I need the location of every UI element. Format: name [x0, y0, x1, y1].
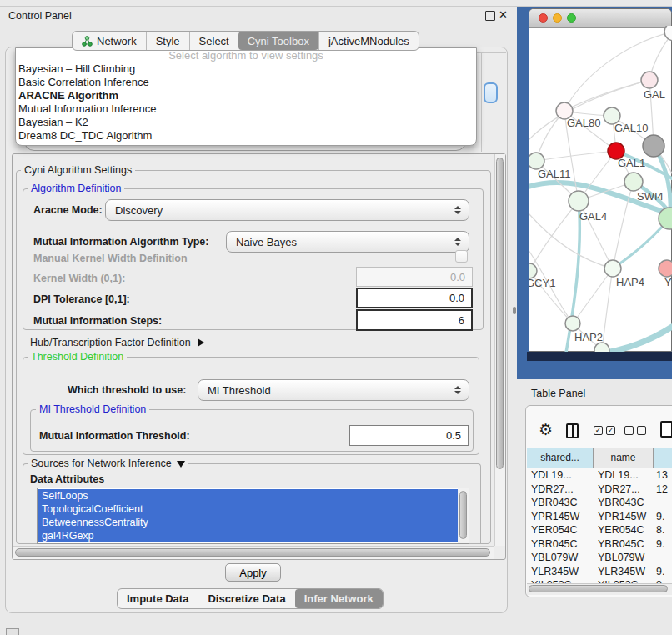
- minimize-traffic-light[interactable]: [553, 13, 562, 22]
- table-row[interactable]: YLR345WYLR345W9.: [527, 565, 672, 579]
- which-threshold-combo[interactable]: MI Threshold: [198, 379, 469, 401]
- table-horizontal-scrollbar-thumb[interactable]: [529, 585, 668, 592]
- dpi-tolerance-label: DPI Tolerance [0,1]:: [33, 293, 130, 305]
- table-row[interactable]: YBR045CYBR045C9.: [527, 538, 672, 552]
- attribute-item-selfloops[interactable]: SelfLoops: [38, 489, 458, 502]
- algorithm-option-bayesian-k2[interactable]: Bayesian – K2: [16, 116, 476, 129]
- tab-network[interactable]: Network: [73, 32, 146, 50]
- deselect-all-checkbox-icon[interactable]: [624, 426, 634, 435]
- close-icon[interactable]: ✕: [499, 8, 508, 21]
- attribute-item-topologicalcoefficient[interactable]: TopologicalCoefficient: [38, 502, 458, 516]
- network-node-label: GAL10: [614, 122, 648, 134]
- collapsed-arrow-icon: [198, 338, 204, 347]
- tab-style[interactable]: Style: [146, 32, 189, 50]
- network-node-label: SWI4: [637, 190, 664, 202]
- float-window-icon[interactable]: [485, 11, 495, 21]
- network-node-swi4[interactable]: [624, 172, 643, 191]
- cropped-corner-button[interactable]: [6, 628, 19, 635]
- hub-definition-toggle[interactable]: Hub/Transcription Factor Definition: [30, 337, 204, 348]
- table-row[interactable]: YDL19...YDL19...13: [527, 468, 672, 482]
- close-traffic-light[interactable]: [539, 13, 548, 22]
- table-row[interactable]: YBR043CYBR043C: [527, 496, 672, 510]
- kernel-width-field[interactable]: 0.0: [356, 267, 473, 287]
- hidden-combo-button-fragment[interactable]: [484, 82, 498, 103]
- algorithm-option-basic-correlation-inference[interactable]: Basic Correlation Inference: [16, 76, 476, 89]
- aracne-mode-combo[interactable]: Discovery: [105, 199, 469, 221]
- mi-algorithm-type-label: Mutual Information Algorithm Type:: [33, 236, 208, 248]
- algorithm-option-bayesian-hill-climbing[interactable]: Bayesian – Hill Climbing: [16, 62, 476, 76]
- table-cell: 12: [654, 483, 672, 495]
- tab-jactivemnodules[interactable]: jActiveMNodules: [318, 32, 419, 50]
- mi-algorithm-type-value: Naive Bayes: [236, 236, 297, 248]
- network-node-hap2[interactable]: [565, 316, 580, 331]
- select-all-checkbox-icon[interactable]: ✓: [594, 426, 603, 435]
- manual-kernel-width-checkbox[interactable]: [455, 250, 468, 262]
- table-row[interactable]: YER054CYER054C8.: [527, 523, 672, 538]
- table-cell: YDR27...: [527, 483, 594, 495]
- bottom-tab-discretize-data[interactable]: Discretize Data: [198, 589, 294, 608]
- settings-horizontal-scrollbar-thumb[interactable]: [15, 548, 490, 557]
- mi-steps-label: Mutual Information Steps:: [33, 315, 162, 327]
- network-node-y[interactable]: [659, 260, 672, 277]
- network-node-gal[interactable]: [641, 72, 658, 88]
- attributes-scrollbar-thumb[interactable]: [459, 491, 467, 539]
- document-icon[interactable]: [660, 421, 672, 438]
- table-cell: YLR345W: [594, 566, 654, 578]
- network-canvas[interactable]: GALGAL80GAL10GAL1GAL11SWI4GAL4GCY1HAP4YH…: [529, 26, 672, 352]
- column-header-shared[interactable]: shared...: [527, 448, 594, 468]
- select-all-checkbox-icon-2[interactable]: ✓: [606, 426, 615, 435]
- column-header-a[interactable]: A: [654, 448, 672, 468]
- mi-threshold-group-label: MI Threshold Definition: [36, 403, 149, 415]
- data-attributes-list: SelfLoopsTopologicalCoefficientBetweenne…: [37, 488, 469, 544]
- zoom-traffic-light[interactable]: [567, 13, 576, 22]
- network-edge: [536, 151, 616, 161]
- apply-button[interactable]: Apply: [225, 563, 281, 582]
- table-row[interactable]: YDR27...YDR27...12: [527, 482, 672, 497]
- columns-icon[interactable]: [566, 423, 579, 438]
- table-row[interactable]: YBL079WYBL079W: [527, 551, 672, 565]
- algorithm-option-aracne-algorithm[interactable]: ARACNE Algorithm: [16, 89, 476, 102]
- attribute-item-betweennesscentrality[interactable]: BetweennessCentrality: [38, 516, 458, 529]
- network-window-titlebar[interactable]: [529, 9, 671, 28]
- algorithm-option-mutual-information-inference[interactable]: Mutual Information Inference: [16, 102, 476, 116]
- mi-steps-field[interactable]: 6: [356, 309, 473, 331]
- algorithm-option-dream8-dc-tdc-algorithm[interactable]: Dream8 DC_TDC Algorithm: [16, 129, 476, 142]
- mi-threshold-field[interactable]: 0.5: [349, 425, 469, 446]
- column-header-name[interactable]: name: [594, 448, 654, 468]
- tab-cyni-toolbox[interactable]: Cyni Toolbox: [238, 32, 318, 50]
- network-node-label: GAL80: [567, 117, 600, 129]
- deselect-all-checkbox-icon-2[interactable]: [637, 426, 646, 435]
- table-header-row: shared...nameA: [527, 448, 672, 468]
- network-node[interactable]: [664, 26, 672, 41]
- bottom-tab-impute-data[interactable]: Impute Data: [118, 589, 198, 608]
- table-cell: YBR043C: [594, 497, 654, 508]
- network-node-label: GAL4: [579, 210, 607, 222]
- network-node[interactable]: [643, 135, 664, 157]
- bottom-tab-infer-network[interactable]: Infer Network: [295, 589, 383, 608]
- network-node[interactable]: [594, 342, 609, 352]
- network-node-label: GCY1: [529, 277, 555, 289]
- tab-select[interactable]: Select: [189, 32, 238, 50]
- gear-icon[interactable]: ⚙: [539, 420, 553, 439]
- combo-arrows-icon: [454, 238, 461, 246]
- network-edge: [529, 201, 579, 271]
- dpi-tolerance-field[interactable]: 0.0: [356, 288, 473, 308]
- network-node-hap4[interactable]: [604, 260, 621, 277]
- network-window-shadow: [527, 352, 672, 361]
- mi-threshold-label: Mutual Information Threshold:: [39, 430, 190, 442]
- table-row[interactable]: YPR145WYPR145W9.: [527, 510, 672, 524]
- table-cell: 9.: [654, 511, 672, 522]
- network-node-label: Y: [664, 276, 672, 288]
- network-node-gal11[interactable]: [529, 152, 544, 169]
- algorithm-definition-label: Algorithm Definition: [28, 182, 124, 194]
- table-cell: 9.: [654, 566, 672, 578]
- attribute-item-gal4rgexp[interactable]: gal4RGexp: [38, 529, 458, 542]
- table-cell: 9.: [654, 538, 672, 550]
- table-cell: YLR345W: [527, 566, 594, 578]
- mi-algorithm-type-combo[interactable]: Naive Bayes: [226, 231, 469, 252]
- hub-definition-label: Hub/Transcription Factor Definition: [30, 337, 191, 348]
- sources-group-label[interactable]: Sources for Network Inference: [28, 458, 188, 469]
- network-node-gal4[interactable]: [569, 191, 589, 211]
- settings-vertical-scrollbar-thumb[interactable]: [496, 158, 504, 469]
- panel-divider-handle[interactable]: [513, 307, 516, 314]
